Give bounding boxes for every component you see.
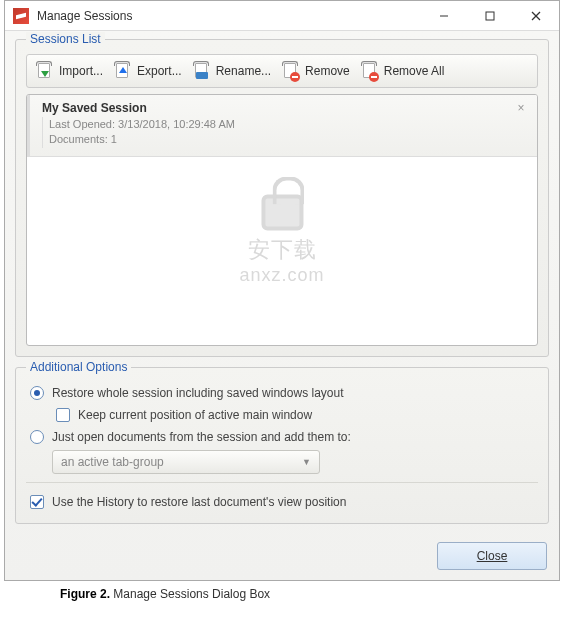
chevron-down-icon: ▼ — [302, 457, 311, 467]
remove-button[interactable]: Remove — [279, 59, 356, 83]
import-label: Import... — [59, 64, 103, 78]
just-open-radio[interactable] — [30, 430, 44, 444]
just-open-option[interactable]: Just open documents from the session and… — [26, 426, 538, 448]
additional-options-title: Additional Options — [26, 360, 131, 374]
watermark-cn: 安下载 — [239, 235, 324, 265]
tab-group-value: an active tab-group — [61, 455, 164, 469]
export-icon — [113, 61, 133, 81]
close-button[interactable]: Close — [437, 542, 547, 570]
export-label: Export... — [137, 64, 182, 78]
use-history-option[interactable]: Use the History to restore last document… — [26, 491, 538, 513]
remove-icon — [281, 61, 301, 81]
sessions-toolbar: Import... Export... Rename... Remove Rem… — [26, 54, 538, 88]
watermark: 安下载 anxz.com — [239, 195, 324, 286]
keep-position-label: Keep current position of active main win… — [78, 408, 312, 422]
sessions-list-title: Sessions List — [26, 32, 105, 46]
sessions-list-group: Sessions List Import... Export... Rename… — [15, 39, 549, 357]
titlebar: Manage Sessions — [5, 1, 559, 31]
close-icon — [531, 11, 541, 21]
last-opened-label: Last Opened: — [49, 118, 118, 130]
app-icon — [13, 8, 29, 24]
keep-position-checkbox[interactable] — [56, 408, 70, 422]
figure-label: Figure 2. — [60, 587, 110, 601]
list-item[interactable]: My Saved Session Last Opened: 3/13/2018,… — [27, 95, 537, 157]
documents-label: Documents: — [49, 133, 111, 145]
import-icon — [35, 61, 55, 81]
window-title: Manage Sessions — [37, 9, 421, 23]
documents-value: 1 — [111, 133, 117, 145]
svg-rect-1 — [486, 12, 494, 20]
remove-all-icon — [360, 61, 380, 81]
dialog-window: Manage Sessions Sessions List Import... — [4, 0, 560, 581]
sessions-list[interactable]: My Saved Session Last Opened: 3/13/2018,… — [26, 94, 538, 346]
use-history-checkbox[interactable] — [30, 495, 44, 509]
session-meta: Last Opened: 3/13/2018, 10:29:48 AM Docu… — [42, 117, 529, 148]
close-window-button[interactable] — [513, 1, 559, 31]
minimize-button[interactable] — [421, 1, 467, 31]
remove-all-label: Remove All — [384, 64, 445, 78]
import-button[interactable]: Import... — [33, 59, 109, 83]
session-name: My Saved Session — [42, 101, 529, 115]
rename-label: Rename... — [216, 64, 271, 78]
figure-text: Manage Sessions Dialog Box — [110, 587, 270, 601]
session-item-close[interactable]: × — [513, 101, 529, 117]
watermark-domain: anxz.com — [239, 265, 324, 286]
close-button-label: Close — [477, 549, 508, 563]
last-opened-value: 3/13/2018, 10:29:48 AM — [118, 118, 235, 130]
dialog-body: Sessions List Import... Export... Rename… — [5, 31, 559, 580]
restore-whole-option[interactable]: Restore whole session including saved wi… — [26, 382, 538, 404]
dialog-buttons: Close — [15, 534, 549, 574]
additional-options-group: Additional Options Restore whole session… — [15, 367, 549, 524]
export-button[interactable]: Export... — [111, 59, 188, 83]
rename-button[interactable]: Rename... — [190, 59, 277, 83]
restore-whole-label: Restore whole session including saved wi… — [52, 386, 344, 400]
tab-group-select[interactable]: an active tab-group ▼ — [52, 450, 320, 474]
remove-all-button[interactable]: Remove All — [358, 59, 451, 83]
maximize-button[interactable] — [467, 1, 513, 31]
divider — [26, 482, 538, 483]
figure-caption: Figure 2. Manage Sessions Dialog Box — [60, 587, 564, 601]
window-buttons — [421, 1, 559, 31]
maximize-icon — [485, 11, 495, 21]
lock-icon — [261, 195, 303, 231]
minimize-icon — [439, 11, 449, 21]
restore-whole-radio[interactable] — [30, 386, 44, 400]
keep-position-option[interactable]: Keep current position of active main win… — [52, 404, 538, 426]
rename-icon — [192, 61, 212, 81]
just-open-label: Just open documents from the session and… — [52, 430, 351, 444]
use-history-label: Use the History to restore last document… — [52, 495, 346, 509]
remove-label: Remove — [305, 64, 350, 78]
